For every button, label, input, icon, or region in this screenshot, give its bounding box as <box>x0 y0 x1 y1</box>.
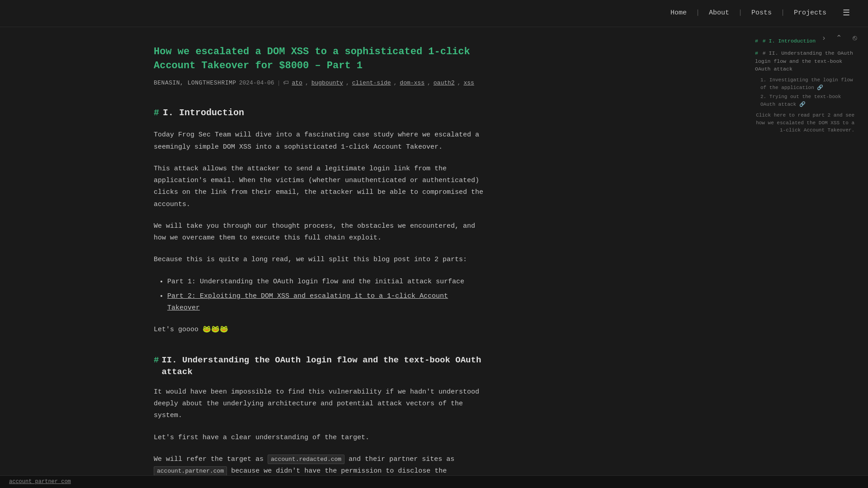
post-date: 2024-04-06 <box>239 79 274 88</box>
nav-sep-2: | <box>738 8 742 19</box>
nav-home[interactable]: Home <box>666 8 691 19</box>
intro-para-3: We will take you through our thought pro… <box>154 221 484 244</box>
part-list: Part 1: Understanding the OAuth login fl… <box>154 276 484 314</box>
toc-subitem-2[interactable]: 2. Trying out the text-book OAuth attack… <box>760 93 854 108</box>
list-item-2[interactable]: Part 2: Exploiting the DOM XSS and escal… <box>167 291 484 314</box>
section2-para-1: It would have been impossible to find th… <box>154 386 484 422</box>
post-meta: BENASIN, LONGTHESHRIMP 2024-04-06 | 🏷 at… <box>154 79 484 88</box>
section2-p3-prefix: We will refer the target as <box>154 455 264 463</box>
toc-oauth-label: # II. Understanding the OAuth login flow… <box>755 50 853 72</box>
post-authors: BENASIN, LONGTHESHRIMP <box>154 79 236 88</box>
table-of-contents: # # I. Introduction # # II. Understandin… <box>755 36 854 134</box>
toc-hash-1: # <box>755 38 758 44</box>
tag-icon: 🏷 <box>283 79 289 88</box>
toc-item-intro[interactable]: # # I. Introduction <box>755 36 854 46</box>
section2-p3-middle-text: and their partner sites as <box>349 455 454 463</box>
nav-sep-1: | <box>696 8 700 19</box>
status-bar: account partner com <box>0 475 868 488</box>
tag-oauth2[interactable]: oauth2 <box>434 79 455 88</box>
code-account-redacted: account.redacted.com <box>268 455 344 464</box>
toc-part2-link[interactable]: Click here to read part 2 and see how we… <box>755 112 854 134</box>
tag-client-side[interactable]: client-side <box>352 79 391 88</box>
part2-link[interactable]: Part 2: Exploiting the DOM XSS and escal… <box>167 292 448 312</box>
toc-hash-2: # <box>755 50 758 56</box>
section-1-title: I. Introduction <box>163 106 244 120</box>
code-account-partner: account.partner.com <box>154 466 227 476</box>
list-item-1: Part 1: Understanding the OAuth login fl… <box>167 276 484 288</box>
intro-para-4: Because this is quite a long read, we wi… <box>154 254 484 266</box>
section-2-title: II. Understanding the OAuth login flow a… <box>161 354 484 378</box>
status-bar-link[interactable]: account partner com <box>9 478 71 486</box>
article-content: How we escalated a DOM XSS to a sophisti… <box>154 27 484 488</box>
section-1-heading: # I. Introduction <box>154 106 484 120</box>
lets-goooo: Let's goooo 🐸🐸🐸 <box>154 324 484 336</box>
section-1-hash: # <box>154 106 159 120</box>
section-2-heading: # II. Understanding the OAuth login flow… <box>154 354 484 378</box>
navigation: Home | About | Posts | Projects ☰ <box>0 0 868 27</box>
tag-dom-xss[interactable]: dom-xss <box>400 79 425 88</box>
nav-sep-3: | <box>781 8 785 19</box>
intro-para-1: Today Frog Sec Team will dive into a fas… <box>154 129 484 153</box>
tag-xss[interactable]: xss <box>463 79 474 88</box>
main-wrapper: How we escalated a DOM XSS to a sophisti… <box>0 27 868 488</box>
nav-about[interactable]: About <box>704 8 734 19</box>
toc-intro-label: # I. Introduction <box>763 38 816 44</box>
section-2-hash: # <box>154 354 159 366</box>
section2-para-2: Let's first have a clear understanding o… <box>154 432 484 444</box>
nav-links: Home | About | Posts | Projects ☰ <box>666 7 850 20</box>
toc-subitem-1[interactable]: 1. Investigating the login flow of the a… <box>760 76 854 91</box>
meta-separator: | <box>277 79 281 88</box>
toc-item-oauth[interactable]: # # II. Understanding the OAuth login fl… <box>755 48 854 74</box>
hamburger-icon[interactable]: ☰ <box>843 7 850 20</box>
post-title: How we escalated a DOM XSS to a sophisti… <box>154 45 484 73</box>
nav-projects[interactable]: Projects <box>789 8 831 19</box>
tag-ato[interactable]: ato <box>292 79 302 88</box>
intro-para-2: This attack allows the attacker to send … <box>154 163 484 211</box>
nav-posts[interactable]: Posts <box>747 8 776 19</box>
tag-bugbounty[interactable]: bugbounty <box>311 79 343 88</box>
